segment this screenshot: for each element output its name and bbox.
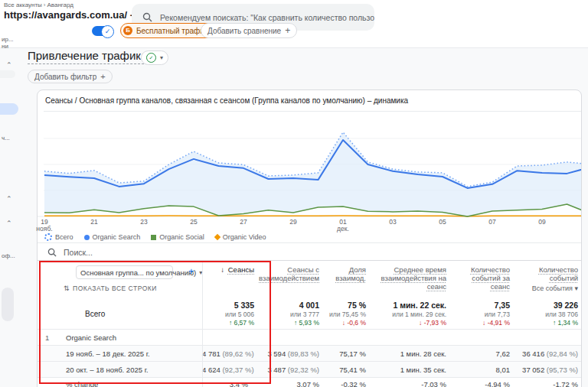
x-tick: 01дек. [337,219,349,233]
property-title: https://avangards.com.ua/ - ... [4,9,144,21]
cell-value: 37 052 [522,366,544,374]
cell-value: 4 781 [202,350,220,358]
dimension-header-cell: Основная группа... по умолчанию)▾+⇅ПОКАЗ… [38,261,202,299]
column-header[interactable]: ↓ Сеансы [202,261,259,299]
sidebar-scrollbar[interactable] [2,288,14,321]
data-table: Основная группа... по умолчанию)▾+⇅ПОКАЗ… [38,260,581,387]
sidebar-item-fragment[interactable]: ир... [2,36,14,43]
x-tick: 29 [289,219,296,226]
column-header-label: Сеансы с взаимодействием [259,265,319,282]
add-comparison-chip[interactable]: Добавить сравнение + [201,23,297,38]
sidebar-item-fragment[interactable]: оф... [2,252,15,259]
cell-value: 1 мин. 28 сек. [400,350,446,358]
row-label-cell: % change [38,380,202,387]
x-tick: 25 [190,219,197,226]
breadcrumb-account[interactable]: Все аккаунты [4,2,42,8]
events-filter-dropdown[interactable]: Все события ▾ [514,285,578,293]
legend-label: Всего [55,233,74,241]
cell-share: (95,73 %) [544,366,578,374]
chevron-up-icon[interactable]: ⌃ [6,61,12,69]
cell-value: 3 594 [267,350,286,358]
totals-delta: ↑ 1,34 % [514,319,578,328]
x-tick: 07 [488,219,495,226]
sidebar-item-fragment[interactable]: ни [2,43,8,50]
table-cell: 3,4 % [202,380,259,387]
dimension-dropdown[interactable]: Основная группа... по умолчанию)▾ [76,265,173,279]
legend-marker-icon [214,234,220,240]
cell-value: 36 416 [522,350,544,358]
comparison-toggle[interactable]: ✓ [92,26,113,36]
cell-value: -7,03 % [421,380,446,387]
cell-value: -0,32 % [341,380,366,387]
row-number: 1 [45,333,49,342]
totals-delta: ↓ -7,93 % [371,319,446,328]
top-header: Все аккаунты›Авангард https://avangards.… [0,0,588,48]
cell-value: 4 624 [202,366,220,374]
divider [44,111,581,112]
legend-label: Organic Video [223,233,266,241]
sidebar-item-fragment[interactable]: ч... [2,135,10,141]
add-dimension-button[interactable]: + [188,265,194,277]
table-cell: 7,62 [451,350,514,358]
x-tick: 09 [538,219,545,226]
x-tick-sublabel: дек. [337,226,349,233]
cell-value: 75,17 % [339,350,366,358]
chart-title: Сеансы / Основная группа каналов, связан… [45,96,573,105]
chevron-up-icon[interactable]: ⌃ [6,220,12,227]
row-label: % change [66,380,98,387]
page-title: Привлечение трафика [28,49,148,64]
table-cell: 36 416 (92,84 %) [514,350,583,358]
show-all-rows-label: ПОКАЗАТЬ ВСЕ СТРОКИ [73,285,157,292]
x-tick-label: 21 [90,219,97,226]
breadcrumb-separator-icon: › [44,2,46,8]
total-area [44,132,581,216]
sidebar-active-item[interactable] [0,103,18,115]
report-status-badge[interactable]: ✓ ▾ [141,50,168,65]
totals-delta: ↑ 5,93 % [259,319,319,328]
table-search[interactable]: Поиск... [38,242,581,261]
totals-alt-value: или 38 706 [514,311,578,320]
legend-item: Organic Social [151,233,204,241]
legend-marker-icon [151,235,156,240]
sidebar-pill[interactable] [0,70,15,78]
cell-value: 8,01 [496,366,511,374]
table-cell: 1 мин. 35 сек. [371,366,451,374]
table-cell: 75,41 % [324,366,371,374]
table-row: 20 окт. – 18 нояб. 2025 г.4 624 (92,37 %… [38,361,581,377]
column-header[interactable]: Доля взаимод. [324,261,371,299]
breadcrumb-property[interactable]: Авангард [47,2,74,8]
row-label: 19 нояб. – 18 дек. 2025 г. [66,350,150,358]
cell-value: 1 мин. 35 сек. [400,366,446,374]
swap-vertical-icon: ⇅ [64,285,70,292]
table-row: 19 нояб. – 18 дек. 2025 г.4 781 (89,62 %… [38,345,581,361]
chart-legend: ВсегоOrganic SearchOrganic SocialOrganic… [44,233,266,241]
add-filter-chip[interactable]: Добавить фильтр + [28,70,113,83]
x-tick: 21 [90,219,97,226]
column-header[interactable]: Среднее время взаимодействия на сеанс [371,261,451,299]
dimension-dropdown-label: Основная группа... по умолчанию) [80,268,196,277]
totals-value: 75 % [324,301,366,311]
column-header[interactable]: Количество событийВсе события ▾ [514,261,583,299]
totals-value: 4 001 [259,301,319,311]
table-cell: 4 624 (92,37 %) [202,366,259,374]
table-cell: -1,72 % [514,380,583,387]
column-header-label: Сеансы [228,265,254,274]
legend-item: Organic Search [84,233,141,241]
totals-cell: 4 001или 3 777↑ 5,93 % [259,299,324,329]
cell-share: (89,62 %) [220,350,254,358]
chevron-up-icon[interactable]: ⌃ [6,195,12,203]
cell-value: -4,94 % [485,380,510,387]
show-all-rows-button[interactable]: ⇅ПОКАЗАТЬ ВСЕ СТРОКИ [64,285,157,292]
x-tick: 27 [240,219,247,226]
breadcrumb: Все аккаунты›Авангард [4,2,74,8]
plus-icon: + [100,72,105,81]
row-label-cell: 20 окт. – 18 нояб. 2025 г. [38,366,202,374]
column-header[interactable]: Сеансы с взаимодействием [259,261,324,299]
totals-label: Всего [38,310,202,318]
x-tick: 19нояб. [36,219,52,233]
property-selector[interactable]: https://avangards.com.ua/ - ...▾ [4,9,150,21]
table-row: % change3,4 %3,07 %-0,32 %-7,03 %-4,94 %… [38,377,581,387]
totals-delta: ↓ -0,6 % [324,319,366,328]
column-header[interactable]: Количество событий за сеанс [451,261,514,299]
cell-share: (89,83 %) [286,350,319,358]
